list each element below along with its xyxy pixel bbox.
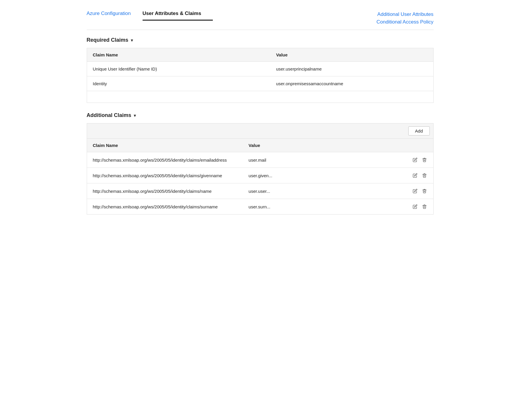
delete-claim-button[interactable] bbox=[422, 157, 427, 163]
additional-claims-table: Claim Name Value http://schemas.xmlsoap.… bbox=[87, 138, 434, 215]
additional-claim-name: http://schemas.xmlsoap.org/ws/2005/05/id… bbox=[87, 199, 243, 215]
edit-claim-button[interactable] bbox=[412, 188, 418, 194]
additional-claim-value: user.user... bbox=[243, 183, 382, 199]
required-claims-col-name: Claim Name bbox=[87, 48, 270, 62]
additional-claim-row: http://schemas.xmlsoap.org/ws/2005/05/id… bbox=[87, 183, 433, 199]
additional-claim-value: user.mail bbox=[243, 152, 382, 168]
additional-claim-value: user.given... bbox=[243, 168, 382, 183]
required-claim-row: Unique User Identifier (Name ID) user.us… bbox=[87, 62, 433, 76]
additional-claim-row: http://schemas.xmlsoap.org/ws/2005/05/id… bbox=[87, 152, 433, 168]
additional-claim-actions bbox=[381, 183, 433, 199]
nav-item-user-attributes-claims[interactable]: User Attributes & Claims bbox=[143, 6, 213, 21]
additional-claims-chevron-icon: ▾ bbox=[134, 113, 136, 118]
additional-claim-actions bbox=[381, 152, 433, 168]
additional-claims-col-value: Value bbox=[243, 139, 382, 152]
required-claim-name: Unique User Identifier (Name ID) bbox=[87, 62, 270, 76]
spacer-row bbox=[87, 91, 433, 103]
required-claims-table: Claim Name Value Unique User Identifier … bbox=[87, 48, 434, 103]
additional-claim-actions bbox=[381, 199, 433, 215]
nav-item-azure-config[interactable]: Azure Configuration bbox=[87, 6, 143, 21]
required-claims-header[interactable]: Required Claims ▾ bbox=[87, 37, 434, 43]
add-claim-button[interactable]: Add bbox=[408, 126, 430, 135]
additional-claim-row: http://schemas.xmlsoap.org/ws/2005/05/id… bbox=[87, 168, 433, 183]
delete-claim-button[interactable] bbox=[422, 188, 427, 194]
edit-claim-button[interactable] bbox=[412, 157, 418, 163]
required-claim-name: Identity bbox=[87, 76, 270, 91]
delete-claim-button[interactable] bbox=[422, 204, 427, 210]
required-claims-title: Required Claims bbox=[87, 37, 128, 43]
required-claims-chevron-icon: ▾ bbox=[131, 38, 133, 43]
nav-item-right-group[interactable]: Additional User Attributes Conditional A… bbox=[377, 6, 434, 30]
required-claim-row: Identity user.onpremisessamaccountname bbox=[87, 76, 433, 91]
required-claims-header-row: Claim Name Value bbox=[87, 48, 433, 62]
top-nav: Azure Configuration User Attributes & Cl… bbox=[87, 6, 434, 30]
additional-claim-name: http://schemas.xmlsoap.org/ws/2005/05/id… bbox=[87, 152, 243, 168]
required-claim-value: user.onpremisessamaccountname bbox=[270, 76, 433, 91]
additional-claims-header[interactable]: Additional Claims ▾ bbox=[87, 112, 434, 118]
additional-claims-header-row: Claim Name Value bbox=[87, 139, 433, 152]
additional-claims-col-name: Claim Name bbox=[87, 139, 243, 152]
delete-claim-button[interactable] bbox=[422, 173, 427, 178]
additional-claim-name: http://schemas.xmlsoap.org/ws/2005/05/id… bbox=[87, 183, 243, 199]
additional-claim-value: user.surn... bbox=[243, 199, 382, 215]
edit-claim-button[interactable] bbox=[412, 204, 418, 210]
additional-claim-row: http://schemas.xmlsoap.org/ws/2005/05/id… bbox=[87, 199, 433, 215]
required-claims-col-value: Value bbox=[270, 48, 433, 62]
nav-additional-user-attributes[interactable]: Additional User Attributes bbox=[377, 11, 434, 18]
nav-conditional-access-policy[interactable]: Conditional Access Policy bbox=[377, 18, 434, 26]
edit-claim-button[interactable] bbox=[412, 173, 418, 178]
required-claim-value: user.userprincipalname bbox=[270, 62, 433, 76]
additional-claims-title: Additional Claims bbox=[87, 112, 131, 118]
additional-claim-name: http://schemas.xmlsoap.org/ws/2005/05/id… bbox=[87, 168, 243, 183]
additional-claim-actions bbox=[381, 168, 433, 183]
additional-claims-col-actions bbox=[381, 139, 433, 152]
additional-claims-toolbar: Add bbox=[87, 123, 434, 138]
